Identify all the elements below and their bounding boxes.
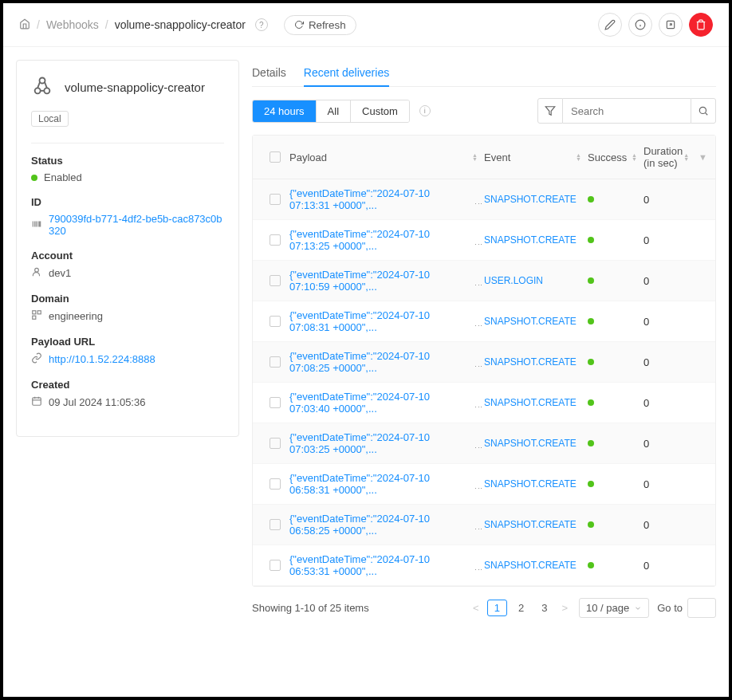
- page-next[interactable]: >: [558, 600, 571, 615]
- svg-rect-14: [33, 311, 36, 314]
- sort-icon[interactable]: ▲▼: [576, 153, 581, 161]
- event-link[interactable]: SNAPSHOT.CREATE: [484, 519, 577, 530]
- col-duration[interactable]: Duration (in sec): [643, 145, 683, 169]
- info-button[interactable]: [628, 13, 652, 37]
- search-button[interactable]: [691, 98, 716, 124]
- tab-recent-deliveries[interactable]: Recent deliveries: [304, 60, 389, 87]
- payload-link[interactable]: {"eventDateTime":"2024-07-10 06:58:31 +0…: [289, 472, 484, 496]
- event-link[interactable]: SNAPSHOT.CREATE: [484, 194, 577, 205]
- event-link[interactable]: SNAPSHOT.CREATE: [484, 316, 577, 327]
- payload-link[interactable]: {"eventDateTime":"2024-07-10 06:58:25 +0…: [289, 513, 484, 537]
- main-panel: Details Recent deliveries 24 hours All C…: [252, 60, 716, 680]
- duration-value: 0: [643, 478, 649, 490]
- more-actions-icon[interactable]: ⋮: [474, 281, 484, 289]
- col-success[interactable]: Success: [588, 151, 627, 163]
- success-dot-icon: [588, 196, 594, 203]
- select-all-checkbox[interactable]: [270, 151, 281, 163]
- chevron-down-icon: [634, 604, 642, 612]
- created-label: Created: [31, 379, 224, 391]
- more-actions-icon[interactable]: ⋮: [474, 240, 484, 248]
- row-checkbox[interactable]: [270, 519, 281, 530]
- row-checkbox[interactable]: [270, 356, 281, 368]
- col-payload[interactable]: Payload: [289, 151, 327, 163]
- row-checkbox[interactable]: [270, 275, 281, 286]
- pencil-icon: [604, 19, 616, 30]
- payload-link[interactable]: {"eventDateTime":"2024-07-10 07:03:40 +0…: [289, 391, 484, 415]
- success-dot-icon: [588, 440, 594, 446]
- header-actions: [598, 13, 713, 37]
- more-actions-icon[interactable]: ⋮: [474, 443, 484, 451]
- tab-details[interactable]: Details: [252, 60, 286, 86]
- goto-label: Go to: [657, 602, 683, 614]
- calendar-icon: [31, 395, 42, 409]
- help-icon[interactable]: ?: [255, 18, 268, 31]
- payload-link[interactable]: {"eventDateTime":"2024-07-10 06:53:31 +0…: [289, 553, 484, 577]
- more-actions-icon[interactable]: ⋮: [474, 484, 484, 492]
- col-event[interactable]: Event: [484, 151, 510, 163]
- more-actions-icon[interactable]: ⋮: [474, 403, 484, 411]
- filter-all[interactable]: All: [317, 100, 351, 122]
- table-row: {"eventDateTime":"2024-07-10 06:53:31 +0…: [253, 545, 715, 586]
- event-link[interactable]: SNAPSHOT.CREATE: [484, 356, 577, 368]
- payload-link[interactable]: {"eventDateTime":"2024-07-10 07:08:25 +0…: [289, 350, 484, 374]
- home-icon[interactable]: [19, 18, 30, 32]
- id-value[interactable]: 790039fd-b771-4df2-be5b-cac873c0b320: [49, 213, 224, 237]
- search-icon: [698, 105, 709, 116]
- row-checkbox[interactable]: [270, 234, 281, 246]
- payload-link[interactable]: {"eventDateTime":"2024-07-10 07:08:31 +0…: [289, 309, 484, 333]
- svg-point-5: [44, 88, 49, 93]
- export-button[interactable]: [659, 13, 683, 37]
- row-checkbox[interactable]: [270, 478, 281, 490]
- breadcrumb-webhooks[interactable]: Webhooks: [46, 18, 99, 31]
- page-1[interactable]: 1: [487, 600, 507, 616]
- event-link[interactable]: SNAPSHOT.CREATE: [484, 234, 577, 246]
- page-3[interactable]: 3: [535, 600, 553, 615]
- row-checkbox[interactable]: [270, 397, 281, 408]
- filter-custom[interactable]: Custom: [351, 100, 409, 122]
- search-input[interactable]: [563, 98, 691, 124]
- page-2[interactable]: 2: [512, 600, 530, 615]
- more-actions-icon[interactable]: ⋮: [474, 362, 484, 370]
- domain-label: Domain: [31, 293, 224, 305]
- event-link[interactable]: SNAPSHOT.CREATE: [484, 438, 577, 449]
- more-actions-icon[interactable]: ⋮: [474, 321, 484, 329]
- payload-link[interactable]: {"eventDateTime":"2024-07-10 07:13:25 +0…: [289, 228, 484, 252]
- refresh-button[interactable]: Refresh: [284, 15, 356, 35]
- filter-24hours[interactable]: 24 hours: [253, 100, 317, 122]
- filter-info-icon[interactable]: i: [419, 105, 431, 116]
- payload-link[interactable]: {"eventDateTime":"2024-07-10 07:13:31 +0…: [289, 187, 484, 211]
- more-actions-icon[interactable]: ⋮: [474, 565, 484, 573]
- filter-button[interactable]: [537, 98, 563, 124]
- column-filter-icon[interactable]: ▼: [699, 152, 707, 162]
- event-link[interactable]: SNAPSHOT.CREATE: [484, 560, 577, 571]
- info-icon: [635, 19, 646, 30]
- more-actions-icon[interactable]: ⋮: [474, 525, 484, 533]
- edit-button[interactable]: [598, 13, 622, 37]
- event-link[interactable]: USER.LOGIN: [484, 275, 543, 286]
- success-dot-icon: [588, 521, 594, 528]
- more-actions-icon[interactable]: ⋮: [474, 199, 484, 207]
- cluster-icon: [31, 309, 42, 323]
- svg-marker-21: [545, 107, 555, 116]
- payload-link[interactable]: {"eventDateTime":"2024-07-10 07:10:59 +0…: [289, 269, 484, 293]
- row-checkbox[interactable]: [270, 560, 281, 571]
- row-checkbox[interactable]: [270, 316, 281, 327]
- row-checkbox[interactable]: [270, 194, 281, 205]
- account-value: dev1: [49, 267, 71, 279]
- sort-icon[interactable]: ▲▼: [632, 153, 637, 161]
- payload-link[interactable]: {"eventDateTime":"2024-07-10 07:03:25 +0…: [289, 431, 484, 455]
- payload-url-value[interactable]: http://10.1.52.224:8888: [49, 353, 155, 365]
- table-row: {"eventDateTime":"2024-07-10 07:13:25 +0…: [253, 220, 715, 261]
- row-checkbox[interactable]: [270, 438, 281, 449]
- event-link[interactable]: SNAPSHOT.CREATE: [484, 478, 577, 490]
- event-link[interactable]: SNAPSHOT.CREATE: [484, 397, 577, 408]
- table-row: {"eventDateTime":"2024-07-10 06:58:31 +0…: [253, 464, 715, 505]
- page-size-select[interactable]: 10 / page: [579, 598, 649, 618]
- sort-icon[interactable]: ▲▼: [472, 153, 478, 161]
- id-label: ID: [31, 196, 224, 208]
- page-prev[interactable]: <: [470, 600, 482, 615]
- delete-button[interactable]: [689, 13, 713, 37]
- goto-input[interactable]: [687, 598, 716, 618]
- sort-icon[interactable]: ▲▼: [683, 153, 689, 161]
- table-row: {"eventDateTime":"2024-07-10 07:13:31 +0…: [253, 179, 715, 220]
